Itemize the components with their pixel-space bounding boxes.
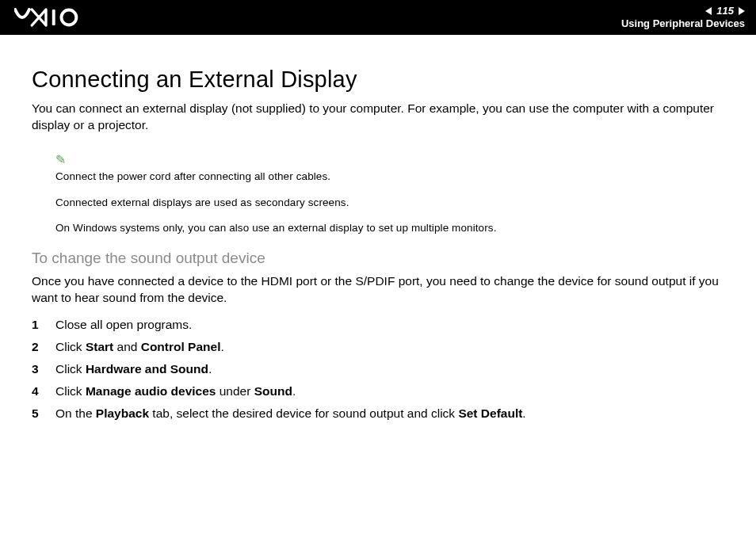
step-3: Click Hardware and Sound. <box>32 362 724 376</box>
note-icon: ✎ <box>55 151 66 169</box>
step-text: Close all open programs. <box>55 318 192 332</box>
subheading-paragraph: Once you have connected a device to the … <box>32 273 724 307</box>
page-content: Connecting an External Display You can c… <box>0 35 756 421</box>
vaio-logo <box>14 8 94 27</box>
step-text: On the Playback tab, select the desired … <box>55 406 526 421</box>
step-text: Click Start and Control Panel. <box>55 340 224 354</box>
notes-block: ✎ Connect the power cord after connectin… <box>55 151 724 235</box>
svg-point-1 <box>61 10 76 25</box>
header-bar: 115 Using Peripheral Devices <box>0 0 756 35</box>
note-line-1: Connect the power cord after connecting … <box>55 170 724 184</box>
step-2: Click Start and Control Panel. <box>32 340 724 354</box>
note-line-2: Connected external displays are used as … <box>55 196 724 210</box>
intro-paragraph: You can connect an external display (not… <box>32 101 724 134</box>
svg-rect-0 <box>52 10 55 25</box>
step-1: Close all open programs. <box>32 318 724 332</box>
subheading: To change the sound output device <box>32 250 724 267</box>
next-page-arrow-icon[interactable] <box>739 7 745 15</box>
steps-list: Close all open programs. Click Start and… <box>32 318 724 421</box>
step-text: Click Hardware and Sound. <box>55 362 212 376</box>
page-title: Connecting an External Display <box>32 67 724 93</box>
page-number: 115 <box>716 6 734 17</box>
step-5: On the Playback tab, select the desired … <box>32 406 724 421</box>
step-4: Click Manage audio devices under Sound. <box>32 384 724 399</box>
header-right: 115 Using Peripheral Devices <box>621 6 745 30</box>
prev-page-arrow-icon[interactable] <box>705 7 712 15</box>
page-navigator: 115 <box>705 6 745 17</box>
note-line-3: On Windows systems only, you can also us… <box>55 221 724 235</box>
step-text: Click Manage audio devices under Sound. <box>55 384 296 399</box>
section-title: Using Peripheral Devices <box>621 18 745 29</box>
